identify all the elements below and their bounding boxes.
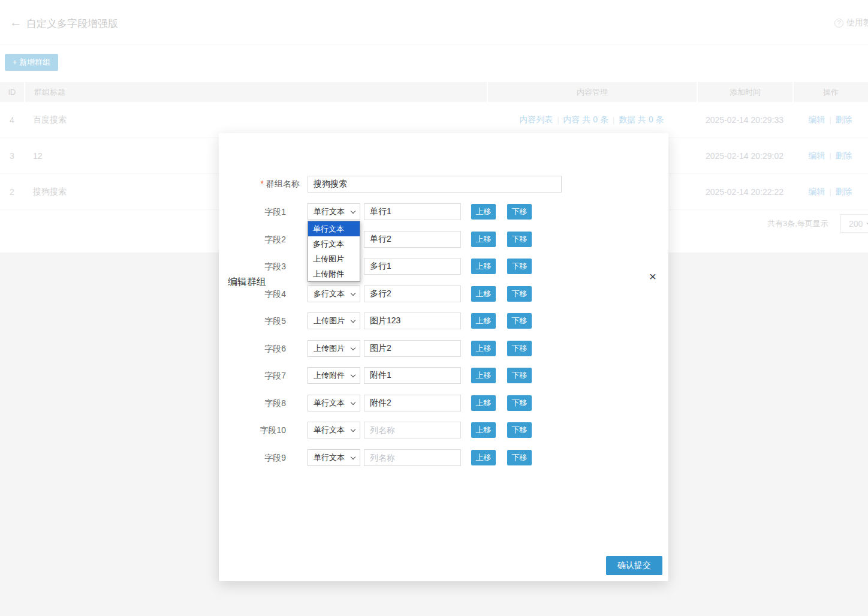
move-up-button[interactable]: 上移 xyxy=(471,286,496,302)
chevron-down-icon xyxy=(351,372,355,377)
field-row: 字段6 上传图片 上移 下移 xyxy=(219,340,668,368)
move-up-button[interactable]: 上移 xyxy=(471,204,496,220)
move-down-button[interactable]: 下移 xyxy=(507,422,532,438)
field-label: 字段8 xyxy=(219,395,308,411)
field-type-select[interactable]: 上传图片 xyxy=(308,312,360,329)
field-label: 字段6 xyxy=(219,340,308,357)
confirm-submit-button[interactable]: 确认提交 xyxy=(606,556,662,575)
field-row: 字段4 多行文本 上移 下移 xyxy=(219,286,668,313)
field-type-select[interactable]: 多行文本 xyxy=(308,286,360,302)
dropdown-option[interactable]: 上传附件 xyxy=(308,266,360,281)
dropdown-option[interactable]: 上传图片 xyxy=(308,251,360,266)
chevron-down-icon xyxy=(351,399,355,404)
group-name-label: *群组名称 xyxy=(219,179,308,190)
field-type-value: 上传图片 xyxy=(314,343,345,354)
chevron-down-icon xyxy=(351,345,355,350)
field-name-input[interactable] xyxy=(364,395,461,411)
field-label: 字段7 xyxy=(219,367,308,384)
move-up-button[interactable]: 上移 xyxy=(471,368,496,383)
move-up-button[interactable]: 上移 xyxy=(471,341,496,356)
move-down-button[interactable]: 下移 xyxy=(507,368,532,383)
move-down-button[interactable]: 下移 xyxy=(507,341,532,356)
field-type-value: 上传附件 xyxy=(314,370,345,381)
field-name-input[interactable] xyxy=(364,340,461,357)
move-down-button[interactable]: 下移 xyxy=(507,259,532,274)
field-row: 字段5 上传图片 上移 下移 xyxy=(219,312,668,340)
field-type-value: 多行文本 xyxy=(314,289,345,299)
move-up-button[interactable]: 上移 xyxy=(471,395,496,411)
field-label: 字段1 xyxy=(219,203,308,220)
field-type-value: 单行文本 xyxy=(314,425,345,435)
field-type-select[interactable]: 上传附件 xyxy=(308,367,360,384)
field-type-select[interactable]: 上传图片 xyxy=(308,340,360,357)
field-row: 字段8 单行文本 上移 下移 xyxy=(219,395,668,422)
chevron-down-icon xyxy=(351,427,355,432)
field-name-input[interactable] xyxy=(364,367,461,384)
field-name-input[interactable] xyxy=(364,449,461,466)
field-row: 字段1 单行文本 上移 下移 xyxy=(219,203,668,231)
move-up-button[interactable]: 上移 xyxy=(471,313,496,329)
field-name-input[interactable] xyxy=(364,422,461,438)
field-label: 字段9 xyxy=(219,449,308,466)
field-type-dropdown: 单行文本 多行文本 上传图片 上传附件 xyxy=(308,221,360,282)
field-name-input[interactable] xyxy=(364,312,461,329)
group-name-row: *群组名称 xyxy=(219,176,668,193)
field-label: 字段5 xyxy=(219,312,308,329)
chevron-down-icon xyxy=(351,318,355,323)
move-down-button[interactable]: 下移 xyxy=(507,204,532,220)
field-type-select[interactable]: 单行文本 xyxy=(308,449,360,466)
field-name-input[interactable] xyxy=(364,231,461,248)
move-up-button[interactable]: 上移 xyxy=(471,450,496,465)
field-type-value: 单行文本 xyxy=(314,206,345,217)
field-label: 字段2 xyxy=(219,231,308,248)
move-down-button[interactable]: 下移 xyxy=(507,232,532,247)
move-up-button[interactable]: 上移 xyxy=(471,232,496,247)
field-name-input[interactable] xyxy=(364,258,461,275)
move-down-button[interactable]: 下移 xyxy=(507,313,532,329)
field-row: 字段10 单行文本 上移 下移 xyxy=(219,422,668,449)
field-type-select[interactable]: 单行文本 xyxy=(308,203,360,220)
dropdown-option[interactable]: 多行文本 xyxy=(308,236,360,251)
field-row: 字段9 单行文本 上移 下移 xyxy=(219,449,668,477)
field-label: 字段4 xyxy=(219,286,308,302)
chevron-down-icon xyxy=(351,209,355,214)
field-type-value: 单行文本 xyxy=(314,452,345,463)
field-type-select[interactable]: 单行文本 xyxy=(308,422,360,438)
field-type-value: 上传图片 xyxy=(314,315,345,326)
edit-group-modal: 编辑群组 × *群组名称 字段1 单行文本 上移 下移 字段2 单行文本 上移 xyxy=(219,133,668,581)
field-row: 字段2 单行文本 上移 下移 xyxy=(219,231,668,259)
move-up-button[interactable]: 上移 xyxy=(471,422,496,438)
field-row: 字段3 多行文本 上移 下移 xyxy=(219,258,668,286)
field-type-value: 单行文本 xyxy=(314,398,345,408)
move-down-button[interactable]: 下移 xyxy=(507,395,532,411)
field-list: 字段1 单行文本 上移 下移 字段2 单行文本 上移 下移 字段3 多行文本 xyxy=(219,203,668,476)
move-down-button[interactable]: 下移 xyxy=(507,286,532,302)
field-name-input[interactable] xyxy=(364,203,461,220)
chevron-down-icon xyxy=(351,454,355,459)
dropdown-option-selected[interactable]: 单行文本 xyxy=(308,221,360,236)
field-label: 字段10 xyxy=(219,422,308,438)
group-name-label-text: 群组名称 xyxy=(266,179,300,188)
move-up-button[interactable]: 上移 xyxy=(471,259,496,274)
field-name-input[interactable] xyxy=(364,286,461,302)
group-name-input[interactable] xyxy=(308,176,562,193)
chevron-down-icon xyxy=(351,290,355,295)
field-row: 字段7 上传附件 上移 下移 xyxy=(219,367,668,395)
required-mark: * xyxy=(261,179,264,188)
field-label: 字段3 xyxy=(219,258,308,275)
move-down-button[interactable]: 下移 xyxy=(507,450,532,465)
field-type-select[interactable]: 单行文本 xyxy=(308,395,360,411)
